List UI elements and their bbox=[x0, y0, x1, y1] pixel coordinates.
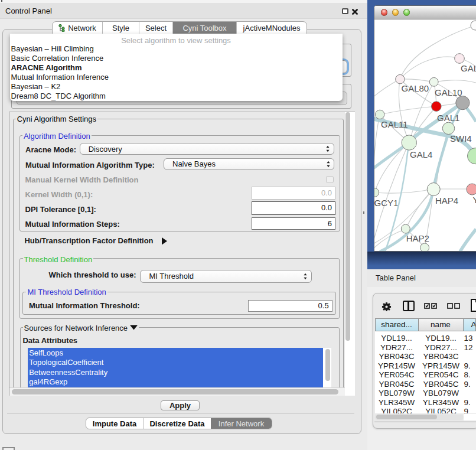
svg-text:GCY1: GCY1 bbox=[374, 198, 398, 208]
svg-text:GAL1: GAL1 bbox=[437, 113, 459, 123]
svg-text:SWI4: SWI4 bbox=[450, 133, 472, 144]
svg-text:GAL11: GAL11 bbox=[381, 119, 408, 129]
svg-text:GAL10: GAL10 bbox=[435, 87, 462, 97]
svg-text:GAL2: GAL2 bbox=[461, 63, 476, 73]
svg-text:GAL4: GAL4 bbox=[410, 149, 432, 159]
svg-text:HAP2: HAP2 bbox=[406, 233, 429, 243]
svg-text:Y: Y bbox=[473, 195, 476, 205]
svg-text:GAL80: GAL80 bbox=[402, 83, 429, 93]
svg-text:HAP4: HAP4 bbox=[435, 195, 458, 206]
